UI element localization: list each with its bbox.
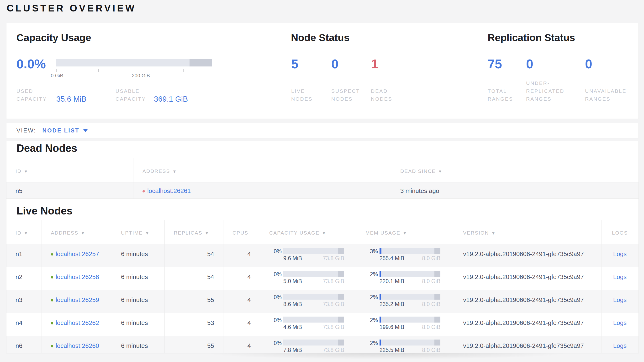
column-header-id[interactable]: ID bbox=[6, 220, 42, 244]
dead-nodes-table: ID ADDRESS DEAD SINCE n5 localhost:26261… bbox=[6, 158, 638, 199]
node-address-cell: localhost:26257 bbox=[42, 244, 112, 267]
mem-used-value: 255.4 MiB bbox=[380, 255, 404, 262]
node-address-cell: localhost:26262 bbox=[42, 313, 112, 336]
node-replicas: 55 bbox=[165, 290, 224, 313]
mem-bar-fill bbox=[380, 271, 381, 277]
capacity-usage-cell: 0% 7.8 MiB73.8 GiB bbox=[260, 336, 356, 353]
capacity-bar bbox=[283, 248, 344, 254]
table-row: n3 localhost:26259 6 minutes 55 4 0% 8.6… bbox=[6, 290, 638, 313]
capacity-bar-reserved-segment bbox=[190, 59, 212, 67]
mem-bar bbox=[380, 294, 440, 300]
node-dead-icon bbox=[142, 190, 145, 193]
suspect-nodes-label: SUSPECT NODES bbox=[331, 87, 367, 103]
under-replicated-ranges-label: UNDER-REPLICATED RANGES bbox=[526, 79, 580, 103]
column-header-uptime[interactable]: UPTIME bbox=[112, 220, 165, 244]
node-uptime: 6 minutes bbox=[112, 244, 165, 267]
capacity-used-value: 7.8 MiB bbox=[283, 347, 302, 353]
logs-link[interactable]: Logs bbox=[613, 319, 626, 326]
node-version: v19.2.0-alpha.20190606-2491-gfe735c9a97 bbox=[454, 313, 602, 336]
dead-node-address-link[interactable]: localhost:26261 bbox=[147, 187, 191, 194]
column-header-id[interactable]: ID bbox=[6, 158, 134, 182]
capacity-used-value: 4.6 MiB bbox=[283, 324, 302, 330]
mem-bar-fill bbox=[380, 317, 381, 322]
node-id: n6 bbox=[6, 336, 42, 353]
mem-bar-reserved-segment bbox=[434, 317, 441, 322]
axis-tick-label: 0 GiB bbox=[51, 73, 64, 78]
replication-status-heading: Replication Status bbox=[488, 32, 575, 44]
column-header-replicas[interactable]: REPLICAS bbox=[165, 220, 224, 244]
node-id: n4 bbox=[6, 313, 42, 336]
live-nodes-table: ID ADDRESS UPTIME REPLICAS CPUS CAPACITY… bbox=[6, 220, 638, 353]
capacity-bar bbox=[283, 271, 344, 277]
logs-link[interactable]: Logs bbox=[613, 273, 626, 280]
axis-tick bbox=[98, 69, 99, 72]
nodes-card: Dead Nodes ID ADDRESS DEAD SINCE n5 loca… bbox=[6, 141, 639, 353]
capacity-used-value: 8.6 MiB bbox=[283, 301, 302, 307]
capacity-total-value: 73.8 GiB bbox=[323, 278, 344, 285]
axis-tick bbox=[56, 69, 56, 72]
dead-node-id: n5 bbox=[6, 183, 134, 199]
page-title: CLUSTER OVERVIEW bbox=[7, 3, 136, 14]
view-dropdown[interactable]: NODE LIST bbox=[42, 127, 88, 134]
capacity-usage-heading: Capacity Usage bbox=[16, 32, 91, 44]
total-ranges-count: 75 bbox=[488, 56, 502, 71]
logs-link[interactable]: Logs bbox=[613, 296, 626, 303]
capacity-bar-reserved-segment bbox=[338, 294, 344, 300]
node-address-link[interactable]: localhost:26262 bbox=[56, 319, 99, 326]
mem-bar-reserved-segment bbox=[434, 248, 441, 254]
axis-tick bbox=[183, 69, 184, 72]
unavailable-ranges-label: UNAVAILABLE RANGES bbox=[585, 87, 644, 103]
mem-bar bbox=[380, 271, 440, 277]
column-header-address[interactable]: ADDRESS bbox=[42, 220, 112, 244]
column-header-cpus[interactable]: CPUS bbox=[224, 220, 260, 244]
logs-link[interactable]: Logs bbox=[613, 342, 626, 349]
table-row: n5 localhost:26261 3 minutes ago bbox=[6, 183, 638, 199]
capacity-percent: 0% bbox=[260, 294, 282, 301]
node-live-icon bbox=[51, 253, 53, 256]
capacity-used-value: 5.0 MiB bbox=[283, 278, 302, 285]
mem-bar-reserved-segment bbox=[434, 271, 441, 277]
mem-total-value: 8.0 GiB bbox=[422, 255, 440, 262]
used-capacity-value: 35.6 MiB bbox=[56, 95, 86, 104]
mem-used-value: 235.2 MiB bbox=[380, 301, 404, 307]
column-header-version[interactable]: VERSION bbox=[454, 220, 602, 244]
capacity-usage-bar bbox=[56, 59, 212, 67]
chevron-down-icon bbox=[83, 129, 88, 132]
node-uptime: 6 minutes bbox=[112, 336, 165, 353]
capacity-percent: 0.0% bbox=[16, 56, 46, 71]
node-live-icon bbox=[51, 299, 53, 301]
node-address-cell: localhost:26259 bbox=[42, 290, 112, 313]
mem-percent: 2% bbox=[356, 294, 378, 301]
node-address-link[interactable]: localhost:26258 bbox=[56, 273, 99, 280]
column-header-address[interactable]: ADDRESS bbox=[134, 158, 391, 182]
column-header-dead-since[interactable]: DEAD SINCE bbox=[391, 158, 638, 182]
cluster-overview-page: CLUSTER OVERVIEW Capacity Usage 0.0% 0 G… bbox=[0, 0, 644, 362]
column-header-capacity-usage[interactable]: CAPACITY USAGE bbox=[260, 220, 356, 244]
node-replicas: 54 bbox=[165, 267, 224, 290]
node-version: v19.2.0-alpha.20190606-2491-gfe735c9a97 bbox=[454, 244, 602, 267]
view-label: VIEW: bbox=[16, 127, 36, 134]
node-cpus: 4 bbox=[224, 336, 260, 353]
mem-bar-reserved-segment bbox=[434, 339, 441, 345]
mem-usage-cell: 2% 220.1 MiB8.0 GiB bbox=[356, 267, 454, 290]
node-address-link[interactable]: localhost:26257 bbox=[56, 250, 99, 258]
suspect-nodes-count: 0 bbox=[331, 56, 338, 71]
table-row: n4 localhost:26262 6 minutes 53 4 0% 4.6… bbox=[6, 313, 638, 336]
node-address-link[interactable]: localhost:26260 bbox=[56, 342, 99, 349]
node-live-icon bbox=[51, 276, 53, 279]
node-id: n3 bbox=[6, 290, 42, 313]
node-cpus: 4 bbox=[224, 290, 260, 313]
capacity-total-value: 73.8 GiB bbox=[323, 324, 344, 330]
capacity-total-value: 73.8 GiB bbox=[323, 347, 344, 353]
usable-capacity-label: USABLE CAPACITY bbox=[116, 87, 160, 103]
logs-link[interactable]: Logs bbox=[613, 250, 626, 258]
dead-node-address-cell: localhost:26261 bbox=[134, 183, 391, 199]
dead-nodes-label: DEAD NODES bbox=[371, 87, 402, 103]
node-address-link[interactable]: localhost:26259 bbox=[56, 296, 99, 303]
mem-bar bbox=[380, 248, 440, 254]
column-header-logs[interactable]: LOGS bbox=[602, 220, 638, 244]
mem-usage-cell: 2% 235.2 MiB8.0 GiB bbox=[356, 290, 454, 313]
column-header-mem-usage[interactable]: MEM USAGE bbox=[356, 220, 454, 244]
mem-total-value: 8.0 GiB bbox=[422, 278, 440, 285]
capacity-bar bbox=[283, 317, 344, 322]
